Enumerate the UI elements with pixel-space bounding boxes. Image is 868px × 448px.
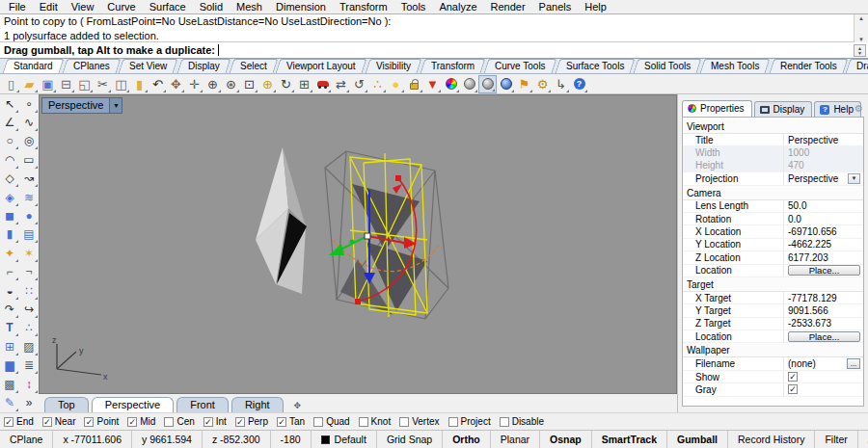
viewport-title-dropdown-icon[interactable]: ▼ (109, 98, 122, 113)
zoom-window-icon[interactable]: ⊡ (240, 75, 258, 93)
property-value[interactable]: ✓ (783, 371, 863, 382)
panel-tab-display[interactable]: Display (754, 101, 813, 117)
named-views-icon[interactable] (313, 75, 332, 93)
paste-icon[interactable]: ▮ (130, 75, 149, 93)
menu-solid[interactable]: Solid (193, 1, 230, 13)
gumball-origin-handle[interactable] (365, 233, 370, 239)
viewport-tab-front[interactable]: Front (176, 397, 229, 412)
property-value-text[interactable]: Perspective (788, 173, 838, 184)
layer-cone-icon[interactable]: ▼ (423, 75, 442, 93)
osnap-tan[interactable]: ✓Tan (277, 416, 305, 427)
status-default[interactable]: Default (312, 431, 377, 448)
undo-icon[interactable]: ↶ (149, 75, 167, 93)
osnap-checkbox-project[interactable] (448, 417, 458, 427)
osnap-checkbox-quad[interactable] (313, 417, 323, 427)
control-curve-icon[interactable]: ∿ (20, 114, 38, 131)
zoom-selected-icon[interactable]: ⊕ (258, 75, 277, 93)
osnap-checkbox-disable[interactable] (500, 417, 509, 427)
pencil-icon[interactable]: ✎ (1, 394, 18, 411)
selected-wireframe-object[interactable] (325, 151, 448, 319)
osnap-point[interactable]: ✓Point (84, 416, 119, 427)
copy-icon[interactable]: ◫ (112, 75, 130, 93)
polygon-icon[interactable]: ◇ (1, 170, 18, 187)
panel-gear-icon[interactable]: ⚙ (854, 103, 863, 114)
property-value-text[interactable]: -4662.225 (788, 239, 831, 250)
osnap-checkbox-end[interactable]: ✓ (4, 417, 14, 427)
ellipse-icon[interactable]: ◎ (20, 132, 38, 149)
osnap-checkbox-point[interactable]: ✓ (84, 417, 94, 427)
status-ortho[interactable]: Ortho (443, 431, 491, 448)
osnap-near[interactable]: ✓Near (42, 416, 76, 427)
viewport-tab-top[interactable]: Top (44, 397, 89, 412)
place-button[interactable]: Place... (788, 265, 860, 276)
history-icon[interactable]: ↺ (350, 75, 368, 93)
property-value-text[interactable]: -77178.129 (788, 293, 837, 303)
export-icon[interactable]: ◱ (75, 75, 94, 93)
shaded-polysurface[interactable] (256, 147, 307, 294)
patch-icon[interactable]: ≋ (20, 189, 38, 206)
point-icon[interactable]: ∘ (20, 95, 38, 113)
four-viewports-icon[interactable]: ⊞ (295, 75, 313, 93)
chamfer-icon[interactable]: ¬ (20, 263, 38, 280)
dimension-steps-icon[interactable]: ↳ (552, 75, 570, 93)
toolbar-tab-select[interactable]: Select (229, 59, 278, 73)
status-gumball[interactable]: Gumball (667, 431, 728, 448)
spinner-down-icon[interactable]: ▼ (857, 51, 862, 56)
status-osnap[interactable]: Osnap (540, 431, 592, 448)
property-value[interactable]: -4662.225 (783, 239, 863, 250)
command-history-scrollbar[interactable]: ▲ ▼ (854, 14, 868, 43)
help-icon[interactable]: ? (570, 75, 588, 93)
cylinder-icon[interactable]: ▮ (1, 225, 18, 243)
add-viewport-tab-icon[interactable]: ✥ (286, 399, 310, 412)
menu-help[interactable]: Help (578, 1, 613, 13)
property-value[interactable]: 6177.203 (783, 251, 863, 263)
toolbar-tab-visibility[interactable]: Visibility (365, 59, 421, 73)
toolbar-tab-solid-tools[interactable]: Solid Tools (634, 59, 702, 73)
menu-edit[interactable]: Edit (33, 1, 65, 13)
osnap-int[interactable]: ✓Int (203, 416, 227, 427)
checkbox[interactable]: ✓ (788, 372, 798, 382)
arc-icon[interactable]: ◠ (1, 151, 18, 169)
property-value[interactable]: Place... (783, 330, 863, 342)
notification-flag-icon[interactable]: ⚑ (515, 75, 533, 93)
zoom-extents-icon[interactable]: ⊕ (203, 75, 222, 93)
status-z-852-300[interactable]: z -852.300 (203, 431, 271, 448)
browse-button[interactable]: ... (847, 358, 860, 369)
toolbar-tab-set-view[interactable]: Set View (119, 59, 178, 73)
toolbar-tab-drafting[interactable]: Drafting (846, 59, 868, 73)
property-value-text[interactable]: 50.0 (788, 200, 806, 211)
rotate-view-icon[interactable]: ↻ (277, 75, 295, 93)
save-icon[interactable]: ▣ (39, 75, 57, 93)
extrude-icon[interactable]: ▆ (1, 356, 18, 374)
surface-icon[interactable]: ◈ (1, 189, 18, 206)
viewport-title[interactable]: Perspective (42, 98, 109, 113)
dropdown-arrow-icon[interactable]: ▼ (848, 173, 860, 184)
text-icon[interactable]: T (1, 319, 18, 336)
new-file-icon[interactable]: ▯ (2, 75, 20, 93)
command-prompt[interactable]: Drag gumball, tap Alt to make a duplicat… (0, 42, 868, 59)
extract-points-icon[interactable]: ∴ (20, 319, 38, 336)
toolbar-tab-cplanes[interactable]: CPlanes (62, 59, 121, 73)
status-y-9661-594[interactable]: y 9661.594 (132, 431, 203, 448)
viewport-title-menu[interactable]: Perspective ▼ (41, 97, 122, 114)
menu-transform[interactable]: Transform (333, 1, 394, 13)
place-button[interactable]: Place... (788, 331, 860, 342)
property-value-text[interactable]: -69710.656 (788, 226, 837, 237)
osnap-vertex[interactable]: Vertex (399, 416, 439, 427)
property-value-text[interactable]: (none) (788, 358, 816, 369)
pan-icon[interactable]: ✥ (167, 75, 185, 93)
menu-panels[interactable]: Panels (532, 1, 579, 13)
menu-tools[interactable]: Tools (394, 1, 433, 13)
layer-state-icon[interactable]: ∴ (368, 75, 387, 93)
color-wheel-icon[interactable] (442, 75, 460, 93)
print-icon[interactable]: ⊟ (57, 75, 75, 93)
viewport-tab-perspective[interactable]: Perspective (92, 397, 174, 412)
move-icon[interactable]: ✛ (185, 75, 203, 93)
property-value[interactable]: (none)... (783, 357, 863, 369)
zoom-dynamic-icon[interactable]: ⊛ (222, 75, 240, 93)
osnap-cen[interactable]: Cen (164, 416, 194, 427)
osnap-checkbox-knot[interactable] (359, 417, 368, 427)
property-value-text[interactable]: 9091.566 (788, 305, 828, 316)
status-absolute-tolerance-0-001[interactable]: Absolute tolerance: 0.001 (858, 431, 868, 448)
fillet-icon[interactable]: ⌐ (1, 263, 18, 280)
